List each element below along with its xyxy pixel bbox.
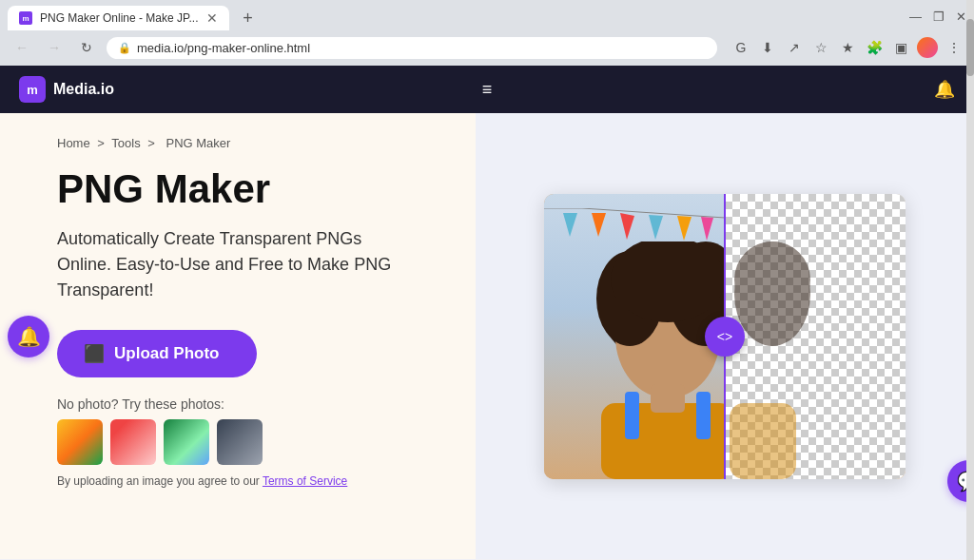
svg-rect-14 — [651, 384, 685, 413]
right-panel: <> 💬 — [476, 113, 974, 559]
upload-icon: ⬛ — [84, 343, 105, 364]
scrollbar[interactable] — [966, 66, 974, 559]
breadcrumb-sep2: > — [147, 136, 155, 150]
site-wrapper: m Media.io ≡ 🔔 🔔 Home > Tools > PNG Make… — [0, 66, 974, 559]
page-title: PNG Maker — [57, 167, 438, 211]
terms-of-service-link[interactable]: Terms of Service — [263, 474, 347, 488]
svg-marker-1 — [592, 213, 606, 237]
svg-point-16 — [734, 241, 810, 318]
sample-photos-section: No photo? Try these photos: By uploading… — [57, 396, 438, 488]
tab-close-button[interactable]: ✕ — [206, 10, 218, 26]
left-panel: 🔔 Home > Tools > PNG Maker PNG Maker Aut… — [0, 113, 476, 559]
hamburger-menu-button[interactable]: ≡ — [482, 80, 493, 100]
maximize-button[interactable]: ❐ — [933, 10, 945, 24]
svg-rect-13 — [696, 392, 711, 439]
notification-bell-icon[interactable]: 🔔 — [934, 79, 955, 100]
bookmark-filled-icon[interactable]: ★ — [837, 37, 858, 58]
main-content: 🔔 Home > Tools > PNG Maker PNG Maker Aut… — [0, 113, 974, 559]
svg-rect-11 — [601, 403, 734, 479]
sample-photo-4[interactable] — [217, 419, 263, 465]
reload-button[interactable]: ↻ — [74, 35, 99, 60]
svg-marker-3 — [649, 215, 663, 240]
logo-icon: m — [19, 76, 46, 103]
bookmark-icon[interactable]: ☆ — [810, 37, 831, 58]
svg-marker-5 — [701, 217, 713, 241]
image-comparison-slider[interactable]: <> — [544, 194, 906, 479]
security-icon: 🔒 — [118, 42, 131, 54]
tab-title: PNG Maker Online - Make JP... — [40, 11, 199, 25]
sample-photos-list — [57, 419, 438, 465]
download-icon[interactable]: ⬇ — [757, 37, 778, 58]
close-button[interactable]: ✕ — [956, 10, 966, 24]
window-controls: — ❐ ✕ — [909, 10, 966, 28]
breadcrumb-sep1: > — [97, 136, 105, 150]
breadcrumb-home[interactable]: Home — [57, 136, 90, 150]
hero-description: Automatically Create Transparent PNGs On… — [57, 226, 419, 303]
svg-rect-17 — [730, 403, 796, 479]
logo-text: Media.io — [53, 81, 114, 98]
scrollbar-thumb[interactable] — [966, 66, 974, 76]
upload-photo-button[interactable]: ⬛ Upload Photo — [57, 330, 257, 377]
sample-photo-3[interactable] — [164, 419, 209, 465]
svg-rect-12 — [625, 392, 639, 439]
breadcrumb: Home > Tools > PNG Maker — [57, 136, 438, 150]
share-icon[interactable]: ↗ — [784, 37, 805, 58]
notification-icon: 🔔 — [17, 325, 41, 348]
terms-text: By uploading an image you agree to our T… — [57, 474, 438, 488]
profile-avatar[interactable] — [917, 37, 938, 58]
active-tab[interactable]: m PNG Maker Online - Make JP... ✕ — [8, 6, 229, 30]
breadcrumb-current: PNG Maker — [166, 136, 231, 150]
url-text: media.io/png-maker-online.html — [137, 41, 706, 55]
title-bar: m PNG Maker Online - Make JP... ✕ + — ❐ … — [0, 0, 974, 30]
svg-marker-0 — [563, 213, 577, 237]
browser-icons: G ⬇ ↗ ☆ ★ 🧩 ▣ ⋮ — [730, 37, 964, 58]
browser-chrome: m PNG Maker Online - Make JP... ✕ + — ❐ … — [0, 0, 974, 66]
google-icon[interactable]: G — [730, 37, 751, 58]
sample-photo-2[interactable] — [110, 419, 156, 465]
minimize-button[interactable]: — — [909, 10, 922, 24]
logo-area[interactable]: m Media.io — [19, 76, 114, 103]
back-button[interactable]: ← — [10, 35, 34, 60]
site-nav: m Media.io ≡ 🔔 — [0, 66, 974, 113]
notification-floating-button[interactable]: 🔔 — [8, 316, 49, 357]
person-transparent — [725, 241, 906, 479]
svg-marker-2 — [620, 213, 634, 240]
tab-favicon: m — [19, 11, 32, 25]
new-tab-button[interactable]: + — [237, 7, 260, 29]
no-photo-text: No photo? Try these photos: — [57, 396, 438, 412]
extensions-icon[interactable]: 🧩 — [864, 37, 885, 58]
address-bar: ← → ↻ 🔒 media.io/png-maker-online.html G… — [0, 30, 974, 66]
upload-button-label: Upload Photo — [114, 344, 219, 363]
transparent-image — [725, 194, 906, 479]
slider-arrows-icon: <> — [717, 329, 732, 344]
breadcrumb-tools[interactable]: Tools — [111, 136, 140, 150]
comparison-handle[interactable]: <> — [705, 317, 745, 357]
forward-button[interactable]: → — [42, 35, 67, 60]
sample-photo-1[interactable] — [57, 419, 103, 465]
url-bar[interactable]: 🔒 media.io/png-maker-online.html — [107, 37, 717, 59]
split-screen-icon[interactable]: ▣ — [890, 37, 911, 58]
svg-marker-4 — [677, 216, 692, 241]
more-options-icon[interactable]: ⋮ — [944, 37, 964, 58]
